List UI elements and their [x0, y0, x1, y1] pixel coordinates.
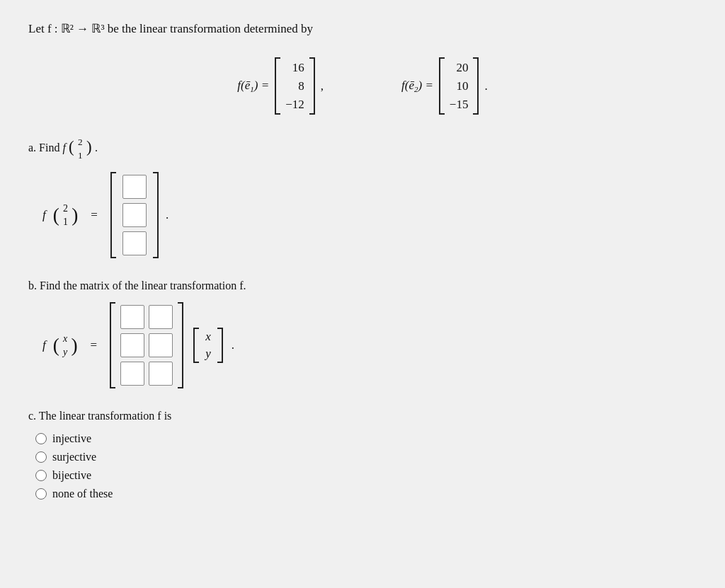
option-none-label: none of these — [52, 488, 113, 500]
f-e2-vector: 20 10 −15 — [439, 57, 479, 115]
part-b-label: b. Find the matrix of the linear transfo… — [28, 279, 697, 292]
radio-surjective[interactable] — [35, 451, 47, 463]
matrix-cell-3-2[interactable] — [149, 362, 173, 386]
matrix-cell-2-2[interactable] — [149, 333, 173, 357]
part-b-equation: f ( x y ) = — [42, 302, 697, 388]
part-b-section: b. Find the matrix of the linear transfo… — [28, 279, 697, 388]
xy-y: y — [205, 347, 211, 361]
f-e1-comma: , — [321, 79, 324, 93]
part-a-f: f — [42, 208, 46, 222]
part-a-dot: . — [166, 208, 169, 222]
problem-text: Let f : ℝ² → ℝ³ be the linear transforma… — [28, 22, 313, 35]
f-e2-equation: f(ē2) = 20 10 −15 . — [401, 57, 488, 115]
part-c-options: injective surjective bijective none of t… — [35, 432, 697, 500]
f-e2-val3: −15 — [450, 96, 469, 113]
option-bijective-label: bijective — [52, 469, 91, 482]
f-e1-vector: 16 8 −12 — [275, 57, 315, 115]
option-surjective-label: surjective — [52, 451, 96, 463]
option-injective-label: injective — [52, 432, 91, 445]
part-b-dot: . — [232, 338, 234, 352]
part-b-xy-vec: x y — [193, 328, 223, 363]
option-injective[interactable]: injective — [35, 432, 697, 445]
part-a-arg: ( 2 1 ) — [53, 202, 79, 229]
matrix-cell-2-1[interactable] — [120, 333, 144, 357]
equals-a: = — [91, 208, 98, 222]
part-c-label: c. The linear transformation f is — [28, 410, 697, 422]
part-c-section: c. The linear transformation f is inject… — [28, 410, 697, 500]
f-e2-val2: 10 — [456, 78, 468, 95]
part-b-f: f — [42, 338, 46, 352]
option-bijective[interactable]: bijective — [35, 469, 697, 482]
f-e1-label: f(ē1) = — [237, 79, 269, 93]
part-a-label: a. Find f ( 2 1 ) . — [28, 136, 697, 162]
radio-none[interactable] — [35, 488, 47, 500]
matrix-cell-3-1[interactable] — [120, 362, 144, 386]
option-surjective[interactable]: surjective — [35, 451, 697, 463]
part-b-matrix — [110, 302, 183, 388]
option-none[interactable]: none of these — [35, 488, 697, 500]
part-a-input-2[interactable] — [122, 203, 147, 227]
part-a-equation: f ( 2 1 ) = . — [42, 172, 697, 258]
f-e1-val2: 8 — [298, 78, 304, 95]
f-e2-label: f(ē2) = — [401, 79, 433, 93]
f-e2-val1: 20 — [456, 59, 468, 76]
problem-statement: Let f : ℝ² → ℝ³ be the linear transforma… — [28, 21, 697, 36]
matrix-cell-1-1[interactable] — [120, 305, 144, 329]
part-a-input-1[interactable] — [122, 175, 147, 199]
f-e1-val3: −12 — [285, 96, 304, 113]
equals-b: = — [91, 338, 98, 352]
part-a-answer-vector — [110, 172, 159, 258]
xy-x: x — [205, 330, 211, 344]
matrix-cell-1-2[interactable] — [149, 305, 173, 329]
part-a-input-3[interactable] — [122, 231, 147, 255]
radio-bijective[interactable] — [35, 470, 47, 481]
radio-injective[interactable] — [35, 433, 47, 444]
f-e1-equation: f(ē1) = 16 8 −12 , — [237, 57, 324, 115]
part-a-section: a. Find f ( 2 1 ) . f ( 2 1 ) = — [28, 136, 697, 258]
f-e2-dot: . — [484, 79, 487, 93]
f-e1-val1: 16 — [292, 59, 304, 76]
part-b-arg: ( x y ) — [53, 332, 78, 359]
